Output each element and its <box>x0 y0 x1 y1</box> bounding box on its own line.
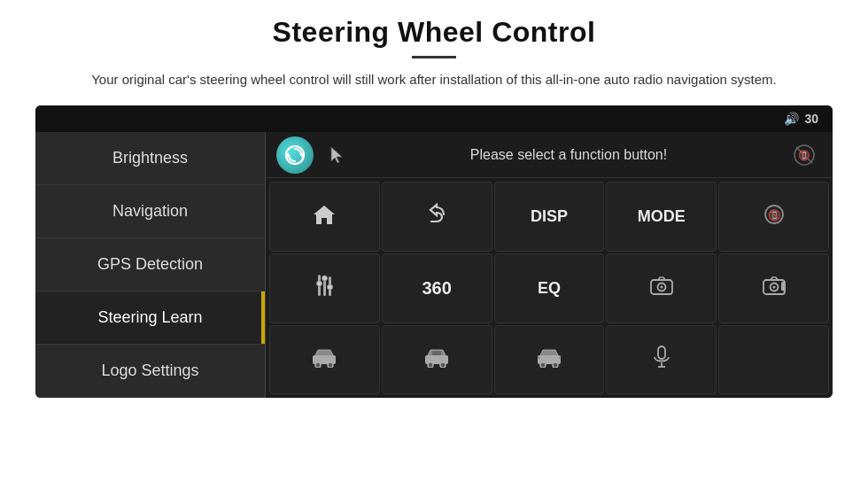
sync-icon[interactable] <box>276 136 314 174</box>
svg-rect-30 <box>658 346 665 359</box>
sidebar-item-brightness[interactable]: Brightness <box>35 132 265 185</box>
top-bar: 🔊 30 <box>35 105 833 132</box>
func-btn-car2[interactable] <box>382 325 492 395</box>
content-header: Please select a function button! 📵 <box>266 132 833 178</box>
back-icon <box>424 203 449 231</box>
mic-icon <box>652 345 671 375</box>
top-right-icon: 📵 <box>787 137 822 173</box>
svg-point-28 <box>540 362 546 368</box>
car3-icon <box>536 346 562 373</box>
func-btn-mode[interactable]: MODE <box>606 182 717 252</box>
eq-label: EQ <box>538 279 561 298</box>
svg-text:📵: 📵 <box>767 208 780 222</box>
svg-rect-26 <box>432 351 441 355</box>
svg-point-12 <box>322 276 328 281</box>
car1-icon <box>311 346 337 373</box>
function-grid: DISP MODE 📵 <box>266 178 833 398</box>
page-title: Steering Wheel Control <box>273 16 596 49</box>
svg-point-24 <box>428 362 433 368</box>
sidebar-item-gps-detection[interactable]: GPS Detection <box>35 238 265 292</box>
mode-label: MODE <box>638 207 686 226</box>
svg-point-13 <box>328 284 333 290</box>
svg-point-11 <box>317 281 322 286</box>
camera1-icon <box>649 274 674 302</box>
svg-point-22 <box>328 362 333 368</box>
svg-rect-9 <box>323 280 326 296</box>
func-btn-mic[interactable] <box>606 325 717 395</box>
func-btn-nophone[interactable]: 📵 <box>718 182 829 252</box>
main-area: Brightness Navigation GPS Detection Stee… <box>35 132 833 398</box>
volume-icon: 🔊 <box>784 112 799 126</box>
func-btn-home[interactable] <box>269 182 380 252</box>
func-btn-disp[interactable]: DISP <box>494 182 605 252</box>
car-ui-panel: 🔊 30 Brightness Navigation GPS Detection… <box>35 105 833 398</box>
content-area: Please select a function button! 📵 <box>266 132 833 398</box>
header-message: Please select a function button! <box>361 147 776 163</box>
func-btn-eq[interactable]: EQ <box>494 253 605 323</box>
nophone-icon: 📵 <box>762 202 787 232</box>
sidebar-item-navigation[interactable]: Navigation <box>35 185 265 238</box>
car2-icon <box>423 346 450 373</box>
func-btn-back[interactable] <box>382 182 492 252</box>
sidebar: Brightness Navigation GPS Detection Stee… <box>35 132 266 398</box>
func-btn-camera1[interactable] <box>606 253 717 323</box>
func-btn-car1[interactable] <box>269 325 380 395</box>
title-divider <box>412 56 456 58</box>
svg-point-21 <box>315 362 321 368</box>
func-btn-car3[interactable] <box>494 325 605 395</box>
sidebar-item-steering-learn[interactable]: Steering Learn <box>35 292 265 345</box>
svg-point-19 <box>772 286 775 289</box>
func-btn-equalizer[interactable] <box>269 253 380 323</box>
func-btn-camera2[interactable] <box>718 253 829 323</box>
svg-point-16 <box>660 286 663 289</box>
disp-label: DISP <box>531 207 568 226</box>
svg-text:📵: 📵 <box>798 149 810 161</box>
sidebar-item-logo-settings[interactable]: Logo Settings <box>35 345 265 398</box>
home-icon <box>312 203 337 231</box>
cursor-area <box>324 145 351 165</box>
camera2-icon <box>762 274 787 302</box>
svg-point-29 <box>553 362 558 368</box>
svg-point-25 <box>440 362 446 368</box>
equalizer-icon <box>314 273 334 303</box>
360-label: 360 <box>422 278 452 299</box>
page-subtitle: Your original car's steering wheel contr… <box>91 69 777 89</box>
func-btn-360[interactable]: 360 <box>382 253 492 323</box>
volume-value: 30 <box>804 112 818 126</box>
func-btn-empty <box>718 325 829 395</box>
